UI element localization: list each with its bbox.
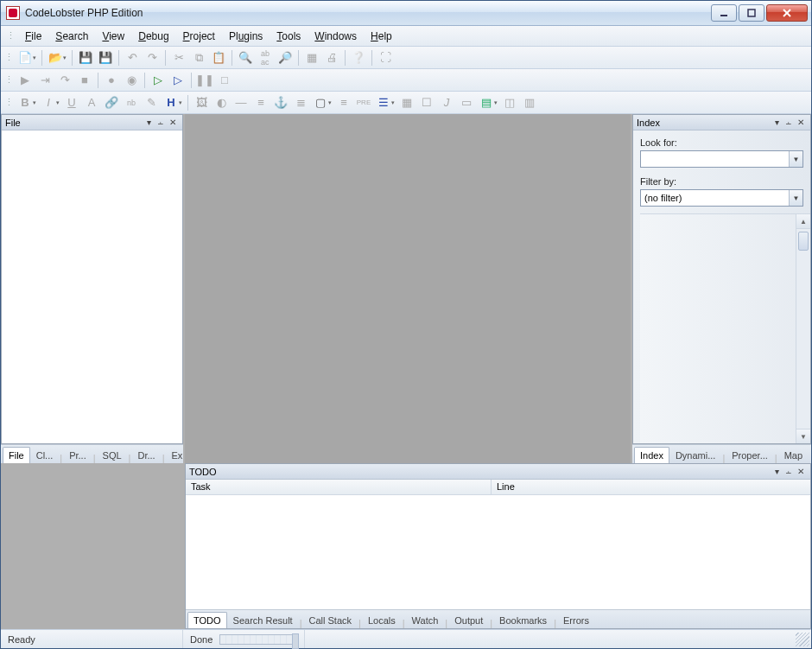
index-list[interactable]: ▲ ▼ — [640, 213, 810, 443]
step-over-icon[interactable]: ↷ — [55, 71, 74, 90]
index-panel-menu-icon[interactable]: ▾ — [771, 117, 783, 129]
file-tree[interactable] — [2, 130, 182, 443]
menu-help[interactable]: Help — [364, 28, 399, 45]
new-file-dropdown[interactable]: ▾ — [33, 54, 38, 61]
breakpoint-icon[interactable]: ● — [102, 71, 121, 90]
tab-drupal[interactable]: Dr... — [131, 447, 161, 463]
paste-icon[interactable]: 📋 — [209, 48, 228, 67]
pre-icon[interactable]: PRE — [354, 93, 373, 112]
tab-class[interactable]: Cl... — [30, 447, 60, 463]
file-panel-close-icon[interactable]: ✕ — [167, 117, 179, 129]
menu-project[interactable]: Project — [176, 28, 222, 45]
todo-col-line[interactable]: Line — [492, 480, 810, 494]
print-icon[interactable]: 🖨 — [322, 48, 341, 67]
todo-panel-header[interactable]: TODO ▾ ⫠ ✕ — [186, 464, 810, 480]
minimize-button[interactable] — [711, 4, 737, 22]
link-icon[interactable]: 🔗 — [102, 93, 121, 112]
pause-icon[interactable]: ❚❚ — [195, 71, 214, 90]
preview-icon[interactable]: ▦ — [302, 48, 321, 67]
help-icon[interactable]: ❔ — [349, 48, 368, 67]
todo-panel-pin-icon[interactable]: ⫠ — [783, 466, 795, 478]
index-panel-pin-icon[interactable]: ⫠ — [783, 117, 795, 129]
font-icon[interactable]: A — [82, 93, 101, 112]
frame-icon[interactable]: ◫ — [500, 93, 519, 112]
redo-icon[interactable]: ↷ — [143, 48, 162, 67]
menu-view[interactable]: View — [95, 28, 131, 45]
scroll-thumb[interactable] — [798, 232, 809, 251]
nbsp-icon[interactable]: nb — [122, 93, 141, 112]
toolbar-grip-2[interactable]: ⋮ — [4, 74, 13, 86]
editor-area[interactable] — [185, 114, 631, 463]
comment-icon[interactable]: ✎ — [142, 93, 161, 112]
new-file-icon[interactable]: 📄 — [16, 48, 35, 67]
menu-search[interactable]: Search — [48, 28, 95, 45]
list-icon[interactable]: ☰ — [374, 93, 393, 112]
filterby-dropdown-icon[interactable]: ▼ — [789, 190, 802, 206]
tab-index[interactable]: Index — [634, 447, 669, 463]
image-icon[interactable]: 🖼 — [192, 93, 211, 112]
run-icon[interactable]: ▶ — [16, 71, 35, 90]
open-folder-icon[interactable]: 📂 — [46, 48, 65, 67]
hr-icon[interactable]: — — [232, 93, 251, 112]
menu-tools[interactable]: Tools — [270, 28, 308, 45]
index-scrollbar[interactable]: ▲ ▼ — [796, 214, 810, 443]
menu-plugins[interactable]: Plugins — [222, 28, 270, 45]
copy-icon[interactable]: ⧉ — [189, 48, 208, 67]
todo-col-task[interactable]: Task — [186, 480, 492, 494]
tab-bookmarks[interactable]: Bookmarks — [493, 612, 553, 628]
div-icon[interactable]: ▢ — [311, 93, 330, 112]
stop-icon[interactable]: ■ — [75, 71, 94, 90]
find-icon[interactable]: 🔍 — [236, 48, 255, 67]
file-panel-menu-icon[interactable]: ▾ — [143, 117, 155, 129]
filterby-combobox[interactable]: ▼ — [640, 189, 803, 207]
maximize-button[interactable] — [739, 4, 764, 22]
undo-icon[interactable]: ↶ — [123, 48, 142, 67]
resize-grip-icon[interactable] — [796, 633, 809, 646]
tab-output[interactable]: Output — [448, 612, 489, 628]
debug-step-icon[interactable]: ▷ — [168, 71, 187, 90]
lookfor-input[interactable] — [641, 151, 789, 167]
frameset-icon[interactable]: ▥ — [520, 93, 539, 112]
tab-errors[interactable]: Errors — [557, 612, 595, 628]
tab-call-stack[interactable]: Call Stack — [303, 612, 358, 628]
todo-panel-menu-icon[interactable]: ▾ — [771, 466, 783, 478]
toolbar-grip-3[interactable]: ⋮ — [4, 97, 13, 108]
color-icon[interactable]: ◐ — [212, 93, 231, 112]
heading-dropdown[interactable]: ▾ — [179, 99, 184, 106]
run-to-cursor-icon[interactable]: ⇥ — [35, 71, 54, 90]
breakpoints-icon[interactable]: ◉ — [122, 71, 141, 90]
tab-sql[interactable]: SQL — [97, 447, 128, 463]
menu-debug[interactable]: Debug — [131, 28, 175, 45]
align-icon[interactable]: ≡ — [251, 93, 270, 112]
fullscreen-icon[interactable]: ⛶ — [376, 48, 395, 67]
tab-locals[interactable]: Locals — [362, 612, 402, 628]
tab-map[interactable]: Map — [778, 447, 809, 463]
tab-properties[interactable]: Proper... — [726, 447, 774, 463]
italic-icon[interactable]: I — [39, 93, 58, 112]
list-dropdown[interactable]: ▾ — [391, 99, 396, 106]
span-icon[interactable]: ≡ — [334, 93, 353, 112]
template-icon[interactable]: ▤ — [477, 93, 496, 112]
debug-start-icon[interactable]: ▷ — [149, 71, 168, 90]
menu-windows[interactable]: Windows — [308, 28, 364, 45]
save-icon[interactable]: 💾 — [76, 48, 95, 67]
file-panel-header[interactable]: File ▾ ⫠ ✕ — [2, 115, 182, 130]
open-dropdown[interactable]: ▾ — [63, 54, 68, 61]
index-panel-close-icon[interactable]: ✕ — [795, 117, 807, 129]
find-in-files-icon[interactable]: 🔎 — [276, 48, 295, 67]
tab-dynamic[interactable]: Dynami... — [669, 447, 721, 463]
toolbar-grip[interactable]: ⋮ — [4, 52, 13, 63]
todo-list[interactable] — [186, 495, 810, 609]
lookfor-dropdown-icon[interactable]: ▼ — [789, 151, 802, 167]
scroll-up-icon[interactable]: ▲ — [796, 214, 810, 229]
tab-file[interactable]: File — [3, 447, 30, 463]
titlebar[interactable]: CodeLobster PHP Edition — [1, 1, 811, 26]
tab-project[interactable]: Pr... — [63, 447, 92, 463]
find-replace-icon[interactable]: abac — [256, 48, 275, 67]
file-panel-pin-icon[interactable]: ⫠ — [155, 117, 167, 129]
table-icon[interactable]: ▦ — [397, 93, 416, 112]
heading-icon[interactable]: H — [162, 93, 181, 112]
todo-panel-close-icon[interactable]: ✕ — [795, 466, 807, 478]
tab-explorer[interactable]: Ex... — [165, 447, 183, 463]
cut-icon[interactable]: ✂ — [169, 48, 188, 67]
